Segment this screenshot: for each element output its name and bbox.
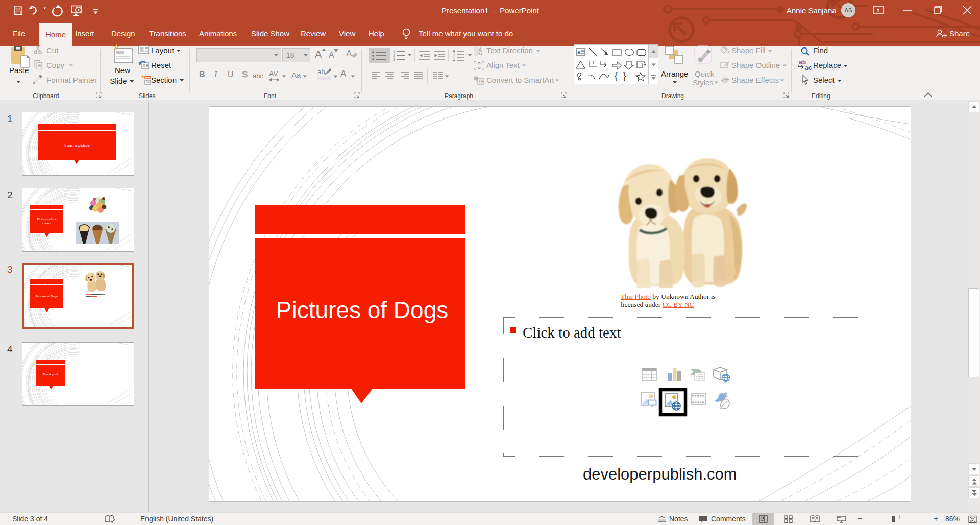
svg-text:3: 3 [393,58,395,61]
svg-text:}: } [622,70,627,81]
svg-text:A: A [478,47,482,53]
svg-text:2: 2 [393,54,395,57]
svg-text:1: 1 [393,50,395,53]
svg-text:{: { [614,70,619,81]
